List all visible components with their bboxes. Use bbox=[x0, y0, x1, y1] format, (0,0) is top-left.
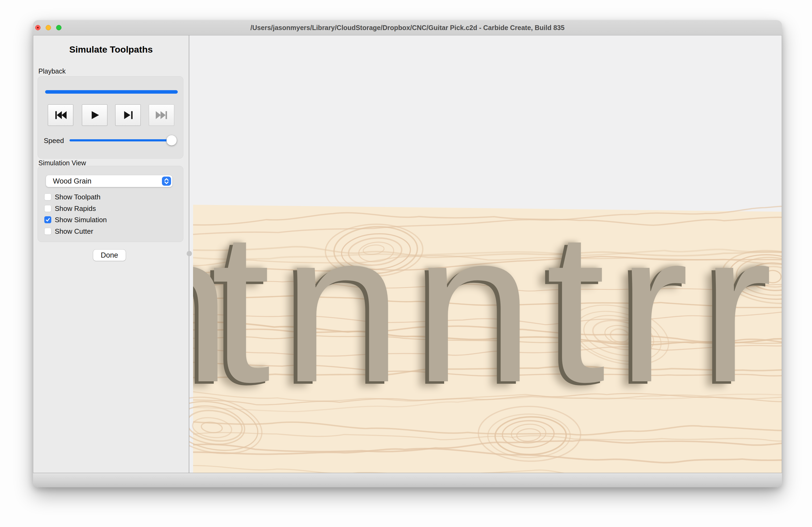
render-mode-value: Wood Grain bbox=[53, 175, 91, 187]
checkbox[interactable] bbox=[44, 194, 51, 200]
step-forward-button[interactable] bbox=[115, 104, 141, 126]
skip-end-icon bbox=[156, 110, 168, 120]
checkbox-row-show-rapids[interactable]: Show Rapids bbox=[44, 205, 96, 212]
simulate-toolpaths-panel: Simulate Toolpaths Playback Speed Simula… bbox=[33, 35, 189, 473]
checkbox-row-show-cutter[interactable]: Show Cutter bbox=[44, 228, 93, 235]
play-icon bbox=[89, 110, 101, 120]
splitter-handle[interactable] bbox=[187, 251, 192, 256]
window-content: Simulate Toolpaths Playback Speed Simula… bbox=[33, 35, 782, 473]
speed-slider-thumb[interactable] bbox=[166, 135, 177, 146]
checkbox-label: Show Toolpath bbox=[55, 193, 100, 201]
carved-text: n tnntrr bbox=[193, 200, 782, 441]
simulation-view-group: Wood Grain Show ToolpathShow RapidsShow … bbox=[38, 166, 184, 242]
app-window: /Users/jasonmyers/Library/CloudStorage/D… bbox=[33, 20, 782, 487]
speed-slider[interactable] bbox=[70, 139, 172, 141]
playback-progress-bar[interactable] bbox=[45, 90, 178, 94]
playback-label: Playback bbox=[39, 67, 66, 75]
chevron-up-down-icon bbox=[162, 177, 171, 186]
desktop: /Users/jasonmyers/Library/CloudStorage/D… bbox=[0, 0, 812, 527]
checkbox[interactable] bbox=[44, 216, 51, 223]
speed-label: Speed bbox=[44, 137, 64, 145]
skip-to-end-button[interactable] bbox=[149, 104, 174, 126]
skip-to-start-button[interactable] bbox=[48, 104, 73, 126]
checkbox[interactable] bbox=[44, 228, 51, 235]
checkbox-row-show-simulation[interactable]: Show Simulation bbox=[44, 216, 107, 223]
page-title: Simulate Toolpaths bbox=[33, 44, 189, 55]
checkbox-label: Show Rapids bbox=[55, 205, 96, 213]
step-forward-icon bbox=[122, 110, 134, 120]
play-button[interactable] bbox=[82, 104, 107, 126]
checkbox-label: Show Simulation bbox=[55, 216, 107, 224]
simulation-viewport[interactable]: n tnntrr n tnntrr bbox=[189, 35, 782, 473]
checkbox[interactable] bbox=[44, 205, 51, 212]
titlebar[interactable]: /Users/jasonmyers/Library/CloudStorage/D… bbox=[33, 20, 782, 35]
status-bar bbox=[33, 473, 782, 487]
window-title: /Users/jasonmyers/Library/CloudStorage/D… bbox=[33, 20, 782, 35]
checkbox-label: Show Cutter bbox=[55, 227, 93, 236]
checkbox-row-show-toolpath[interactable]: Show Toolpath bbox=[44, 194, 100, 200]
playback-group: Speed bbox=[38, 76, 184, 159]
carved-text-shadow: n tnntrr bbox=[189, 202, 780, 443]
done-button[interactable]: Done bbox=[93, 250, 126, 261]
check-icon bbox=[45, 217, 50, 223]
render-mode-select[interactable]: Wood Grain bbox=[46, 175, 172, 187]
skip-start-icon bbox=[55, 110, 67, 120]
